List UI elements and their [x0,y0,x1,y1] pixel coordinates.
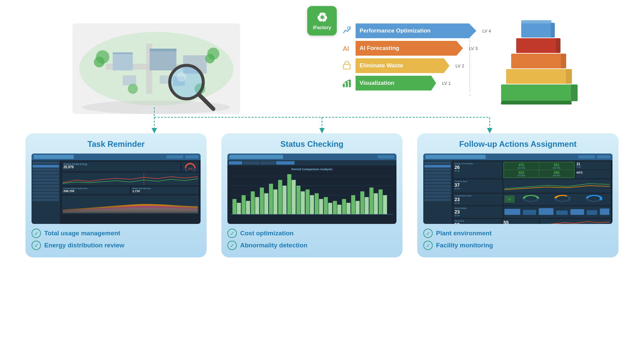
svg-rect-52 [255,197,259,214]
svg-rect-93 [587,210,597,215]
svg-point-15 [205,54,215,63]
svg-rect-53 [260,188,264,215]
check-icon-3: ✓ [227,229,237,238]
pyramid-blocks [501,23,572,101]
svg-rect-4 [150,50,176,70]
dashboard-3-screenshot: Energy Consumption 26 20-36 475 DK1-5000 [423,154,612,224]
feature-3-2: ✓ Facility monitoring [423,241,612,250]
svg-rect-70 [337,205,341,214]
feature-text-6: Facility monitoring [436,242,493,249]
dashboard-1-screenshot: Today's Facility Energy 20,979 114 [32,154,201,224]
svg-rect-66 [319,199,323,215]
svg-rect-76 [365,197,369,214]
lv2-arrow: Eliminate Waste [356,58,449,73]
svg-rect-77 [369,188,373,215]
level-row-4: Performance Optimization LV 4 [341,23,491,38]
map-area [72,23,240,114]
block-red [516,38,556,53]
lv4-label: Performance Optimization [360,27,431,34]
dashboard-2-screenshot: Period Comparison Analysis [227,154,396,224]
feature-text-2: Energy distribution review [44,242,124,249]
svg-rect-50 [246,201,250,214]
feature-1-1: ✓ Total usage management [32,229,201,238]
feature-1-2: ✓ Energy distribution review [32,241,201,250]
lv3-label: AI Forecasting [360,45,399,52]
svg-rect-59 [287,174,291,215]
svg-rect-7 [113,52,133,54]
svg-rect-75 [360,191,364,214]
svg-rect-67 [324,197,328,214]
svg-rect-62 [301,191,305,214]
svg-rect-88 [504,209,520,215]
svg-point-16 [128,84,138,94]
svg-rect-6 [113,54,133,70]
svg-rect-51 [251,191,255,214]
svg-rect-64 [310,195,314,214]
svg-rect-65 [315,193,319,215]
svg-rect-73 [351,195,355,214]
svg-marker-35 [319,128,325,133]
svg-rect-68 [328,203,332,214]
svg-rect-63 [306,189,310,214]
logo-icon: ♻ [316,11,328,24]
svg-rect-74 [356,201,360,214]
lv1-label: Visualization [360,80,394,86]
lv4-arrow: Performance Optimization [356,23,476,38]
connector-svg [0,104,644,137]
check-icon-5: ✓ [423,229,433,238]
svg-rect-92 [570,209,584,215]
svg-rect-69 [333,201,337,214]
svg-rect-94 [600,208,609,215]
svg-rect-60 [292,180,296,214]
ifactory-logo: ♻ iFactory [307,6,337,36]
feature-2-2: ✓ Abnormality detection [227,241,396,250]
check-icon-1: ✓ [32,229,41,238]
svg-rect-79 [379,189,383,214]
svg-marker-37 [487,128,492,133]
feature-3-1: ✓ Plant environment [423,229,612,238]
block-yellow [506,69,567,84]
logo-text: iFactory [313,25,331,30]
check-icon-6: ✓ [423,241,433,250]
svg-text:114: 114 [188,167,193,170]
feature-2-1: ✓ Cost optimization [227,229,396,238]
svg-point-13 [94,57,105,67]
card-2-features: ✓ Cost optimization ✓ Abnormality detect… [227,229,396,250]
block-blue [521,23,551,38]
svg-marker-33 [152,128,157,133]
svg-rect-72 [346,203,351,214]
svg-rect-78 [374,193,378,215]
svg-rect-48 [237,203,241,214]
card-task-reminder: Task Reminder [25,133,207,257]
lv4-marker: LV 4 [482,28,491,34]
feature-text-1: Total usage management [44,230,120,237]
card-1-title: Task Reminder [32,139,201,149]
lv1-arrow: Visualization [356,76,436,90]
svg-rect-49 [241,195,246,214]
card-2-title: Status Checking [227,139,396,149]
svg-rect-56 [273,189,277,214]
svg-rect-71 [342,199,346,215]
lv2-label: Eliminate Waste [360,62,403,69]
card-3-title: Follow-up Actions Assignment [423,139,612,149]
card-status-checking: Status Checking Period Comparison A [221,133,402,257]
svg-rect-90 [539,208,553,215]
card-3-features: ✓ Plant environment ✓ Facility monitorin… [423,229,612,250]
svg-rect-61 [297,186,301,214]
block-green [501,84,572,101]
svg-rect-91 [556,210,568,215]
svg-rect-58 [282,186,286,214]
svg-rect-47 [232,199,236,215]
svg-rect-89 [523,210,536,215]
block-orange [511,54,561,68]
check-icon-4: ✓ [227,241,237,250]
connector-section [0,104,644,137]
svg-rect-57 [278,180,282,214]
svg-rect-5 [150,49,176,51]
svg-rect-11 [160,75,170,84]
card-1-features: ✓ Total usage management ✓ Energy distri… [32,229,201,250]
card-followup: Follow-up Actions Assignment [417,133,619,257]
svg-rect-9 [123,75,136,85]
logo-box: ♻ iFactory [307,6,337,36]
check-icon-2: ✓ [32,241,41,250]
